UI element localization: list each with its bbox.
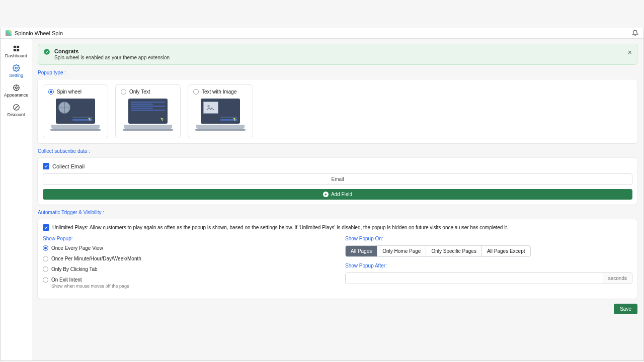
checkbox-collect-email[interactable] <box>43 163 49 169</box>
seg-home-page[interactable]: Only Home Page <box>377 246 426 256</box>
banner-desc: Spin-wheel is enabled as your theme app … <box>54 55 170 60</box>
radio-icon <box>43 277 48 283</box>
checkbox-unlimited-plays[interactable] <box>43 224 49 231</box>
svg-rect-1 <box>17 46 19 48</box>
sidebar-item-label: Discount <box>7 112 25 117</box>
segmented-show-on: All Pages Only Home Page Only Specific P… <box>345 245 531 257</box>
seconds-input[interactable] <box>346 273 603 284</box>
svg-rect-3 <box>17 49 19 51</box>
banner-title: Congrats <box>54 48 170 54</box>
collect-email-label: Collect Email <box>52 163 85 169</box>
radio-once-every-page[interactable]: Once Every Page View <box>43 245 330 251</box>
svg-rect-2 <box>13 49 16 51</box>
popup-type-heading: Popup type : <box>38 70 637 75</box>
radio-exit-intent[interactable]: On Exit Intent Show when mouse moves off… <box>43 277 330 289</box>
spin-wheel-illustration <box>50 99 101 133</box>
seg-all-pages[interactable]: All Pages <box>346 246 377 256</box>
only-text-illustration <box>123 99 173 133</box>
radio-icon <box>121 89 126 95</box>
popup-type-label: Only Text <box>129 89 150 95</box>
radio-label: Only By Clicking Tab <box>51 266 98 272</box>
svg-point-6 <box>15 87 17 89</box>
gear-icon <box>13 64 20 72</box>
check-icon <box>44 225 48 230</box>
sidebar-item-dashboard[interactable]: Dashboard <box>1 42 32 61</box>
trigger-card: Unlimited Plays: Allow customers to play… <box>38 219 637 299</box>
popup-type-label: Spin wheel <box>57 89 82 95</box>
top-bar: Spinnio Wheel Spin <box>1 28 643 39</box>
svg-point-9 <box>208 106 209 107</box>
radio-desc: Show when mouse moves off the page <box>51 284 129 289</box>
bell-icon[interactable] <box>632 30 638 36</box>
sidebar-item-label: Setting <box>9 73 23 78</box>
seg-all-except[interactable]: All Pages Except <box>482 246 530 256</box>
save-button[interactable]: Save <box>614 304 637 314</box>
popup-type-spin-wheel[interactable]: Spin wheel <box>43 84 108 138</box>
success-banner: Congrats Spin-wheel is enabled as your t… <box>38 44 637 65</box>
app-logo-icon <box>6 30 12 36</box>
show-popup-after-heading: Show Popup After: <box>345 263 632 268</box>
radio-click-tab[interactable]: Only By Clicking Tab <box>43 266 330 272</box>
sidebar-item-appearance[interactable]: Appearance <box>1 81 32 101</box>
seconds-suffix: seconds <box>603 273 632 284</box>
radio-icon <box>48 89 54 95</box>
sidebar-item-label: Dashboard <box>5 53 27 58</box>
seconds-input-group: seconds <box>345 273 632 284</box>
sidebar: Dashboard Setting Appearance Discount <box>1 39 32 360</box>
svg-rect-0 <box>13 46 16 48</box>
show-popup-heading: Show Popup: <box>43 236 330 241</box>
text-image-illustration <box>195 99 246 133</box>
check-icon <box>44 164 48 168</box>
radio-icon <box>43 266 48 272</box>
radio-icon <box>43 256 48 261</box>
sidebar-item-label: Appearance <box>4 93 29 98</box>
radio-label: On Exit Intent <box>51 277 129 283</box>
unlimited-plays-desc: Unlimited Plays: Allow customers to play… <box>52 225 508 230</box>
add-field-label: Add Field <box>331 192 352 197</box>
collect-data-card: Collect Email Email + Add Field <box>38 158 637 205</box>
add-field-button[interactable]: + Add Field <box>43 189 632 200</box>
image-icon <box>206 105 216 111</box>
popup-type-card: Spin wheel <box>38 79 637 143</box>
popup-type-only-text[interactable]: Only Text <box>115 84 181 138</box>
check-circle-icon <box>43 48 50 55</box>
email-field[interactable]: Email <box>43 173 632 185</box>
discount-icon <box>13 104 20 111</box>
trigger-heading: Automatic Trigger & Visibility : <box>38 210 637 215</box>
radio-icon <box>43 245 48 251</box>
popup-type-label: Text with Image <box>202 89 236 95</box>
app-title: Spinnio Wheel Spin <box>15 30 63 36</box>
collect-data-heading: Collect subscribe data : <box>38 148 637 154</box>
sidebar-item-setting[interactable]: Setting <box>1 61 32 81</box>
plus-circle-icon: + <box>323 192 329 197</box>
dashboard-icon <box>13 45 20 52</box>
radio-label: Once Every Page View <box>51 245 103 251</box>
sidebar-item-discount[interactable]: Discount <box>1 101 32 120</box>
close-icon[interactable]: × <box>628 48 632 56</box>
svg-point-4 <box>15 67 17 69</box>
seg-specific-pages[interactable]: Only Specific Pages <box>426 246 482 256</box>
radio-icon <box>193 89 199 95</box>
radio-label: Once Per Minute/Hour/Day/Week/Month <box>51 256 141 261</box>
show-popup-on-heading: Show Popup On: <box>345 236 632 241</box>
popup-type-text-image[interactable]: Text with Image <box>188 84 253 138</box>
appearance-icon <box>13 84 20 92</box>
radio-once-per-interval[interactable]: Once Per Minute/Hour/Day/Week/Month <box>43 256 330 261</box>
